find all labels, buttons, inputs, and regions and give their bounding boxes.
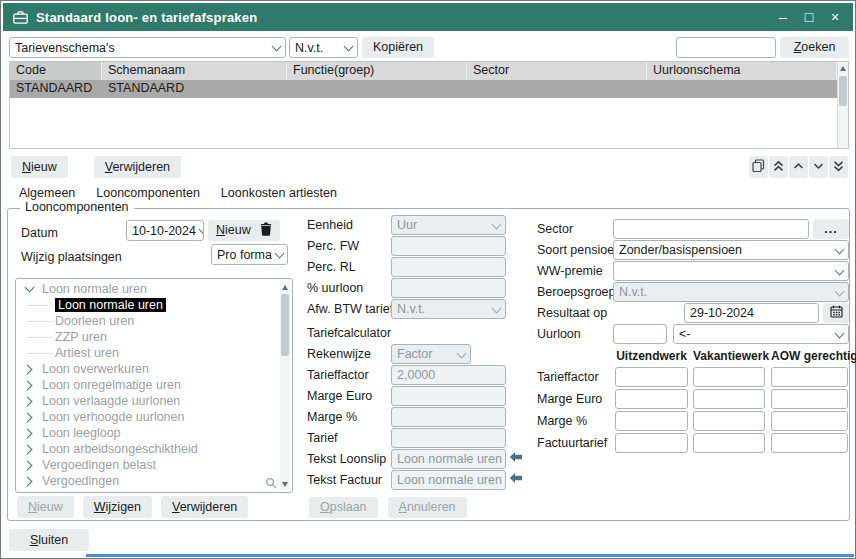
scroll-up-button[interactable] — [789, 156, 808, 178]
loonslip-overnemen-button[interactable] — [509, 449, 525, 467]
annuleren-button[interactable]: Annuleren — [388, 497, 467, 518]
scroll-to-top-button[interactable] — [769, 156, 788, 178]
scrollbar-thumb[interactable] — [839, 76, 847, 106]
schema-dropdown[interactable]: Tarievenschema's — [9, 37, 286, 58]
column-header-functiegroep[interactable]: Functie(groep) — [287, 62, 467, 80]
wijzigen-component-button[interactable]: Wijzigen — [83, 496, 152, 518]
marge-euro-aow-field[interactable] — [771, 389, 848, 409]
chevron-down-icon — [835, 286, 845, 296]
scroll-down-button[interactable] — [809, 156, 828, 178]
ww-premie-dropdown[interactable] — [613, 261, 849, 281]
scrollbar-thumb[interactable] — [281, 294, 289, 356]
factuur-overnemen-button[interactable] — [509, 470, 525, 488]
marge-pct-vakantiewerk-field[interactable] — [693, 411, 765, 431]
table-scrollbar[interactable] — [837, 62, 848, 148]
datum-delete-button[interactable] — [252, 220, 280, 241]
chevron-down-icon — [199, 225, 204, 235]
sector-field[interactable] — [613, 219, 809, 239]
pct-uurloon-field[interactable] — [391, 278, 506, 298]
wijzig-plaatsingen-dropdown[interactable]: Pro forma — [211, 244, 288, 265]
sector-browse-button[interactable]: ... — [813, 219, 849, 239]
marge-pct-uitzendwerk-field[interactable] — [615, 411, 688, 431]
tree-item-selected[interactable]: Loon normale uren — [16, 297, 292, 313]
tarief-field[interactable] — [391, 428, 506, 448]
perc-rl-field[interactable] — [391, 257, 506, 277]
chevron-down-icon — [835, 328, 845, 338]
tree-item[interactable]: Artiest uren — [16, 345, 292, 361]
scroll-up-icon[interactable] — [282, 285, 288, 290]
marge-euro-field[interactable] — [391, 386, 506, 406]
tree-item[interactable]: Loon arbeidsongeschiktheid — [16, 441, 292, 457]
copy-record-button[interactable] — [749, 156, 768, 178]
datum-dropdown[interactable]: 10-10-2024 — [126, 220, 204, 241]
tab-algemeen[interactable]: Algemeen — [19, 186, 75, 200]
tab-looncomponenten[interactable]: Looncomponenten — [96, 186, 200, 200]
tarieffactor-vakantiewerk-field[interactable] — [693, 367, 765, 387]
table-row-selected[interactable]: STANDAARD STANDAARD — [10, 80, 837, 98]
soort-pensioen-dropdown[interactable]: Zonder/basispensioen — [613, 240, 849, 260]
marge-euro-vakantiewerk-field[interactable] — [693, 389, 765, 409]
tree-item[interactable]: Reiskostenvergoedingen — [16, 489, 292, 493]
tree-item[interactable]: ZZP uren — [16, 329, 292, 345]
search-input[interactable] — [676, 37, 776, 58]
tree-item[interactable]: Loon onregelmatige uren — [16, 377, 292, 393]
tree-item[interactable]: Loon verhoogde uurlonen — [16, 409, 292, 425]
tree-item[interactable]: Loon verlaagde uurlonen — [16, 393, 292, 409]
beroepsgroep-dropdown[interactable]: N.v.t. — [613, 282, 849, 302]
factuurtarief-vakantiewerk-field[interactable] — [693, 433, 765, 453]
double-chevron-up-icon — [773, 160, 784, 175]
perc-fw-field[interactable] — [391, 236, 506, 256]
tarieffactor-aow-field[interactable] — [771, 367, 848, 387]
eenheid-dropdown[interactable]: Uur — [391, 215, 506, 235]
column-header-sector[interactable]: Sector — [467, 62, 647, 80]
sluiten-button[interactable]: Sluiten — [9, 529, 89, 551]
nieuw-component-button[interactable]: Nieuw — [17, 496, 74, 518]
uurloon-richting-dropdown[interactable]: <- — [673, 324, 849, 344]
tekst-factuur-field[interactable]: Loon normale uren — [391, 470, 506, 490]
tekst-loonslip-field[interactable]: Loon normale uren — [391, 449, 506, 469]
tree-item[interactable]: Vergoedingen belast — [16, 457, 292, 473]
tab-loonkosten-artiesten[interactable]: Loonkosten artiesten — [221, 186, 337, 200]
nieuw-schema-button[interactable]: Nieuw — [11, 156, 68, 178]
marge-pct-field[interactable] — [391, 407, 506, 427]
filter-dropdown[interactable]: N.v.t. — [289, 37, 358, 58]
tree-item[interactable]: Doorleen uren — [16, 313, 292, 329]
close-icon[interactable]: × — [825, 7, 845, 27]
tarieffactor-uitzendwerk-field[interactable] — [615, 367, 688, 387]
opslaan-button[interactable]: Opslaan — [309, 497, 378, 518]
column-header-uurloonschema[interactable]: Uurloonschema — [647, 62, 837, 80]
column-header-code[interactable]: Code — [10, 62, 102, 80]
form-actions: Opslaan Annuleren — [309, 497, 467, 518]
uurloon-field[interactable] — [613, 324, 667, 344]
tree-scrollbar[interactable] — [280, 281, 290, 490]
rekenwijze-dropdown[interactable]: Factor — [391, 344, 471, 364]
maximize-icon[interactable]: □ — [799, 7, 819, 27]
factuurtarief-aow-field[interactable] — [771, 433, 848, 453]
tree-item[interactable]: Loon overwerkuren — [16, 361, 292, 377]
tree-item[interactable]: Loon leegloop — [16, 425, 292, 441]
tree-item[interactable]: Loon normale uren — [16, 281, 292, 297]
perc-rl-label: Perc. RL — [307, 260, 391, 274]
verwijderen-component-button[interactable]: Verwijderen — [161, 496, 248, 518]
verwijderen-schema-button[interactable]: Verwijderen — [94, 156, 181, 178]
column-header-schemanaam[interactable]: Schemanaam — [102, 62, 287, 80]
scroll-up-icon[interactable] — [840, 66, 846, 71]
scroll-down-icon[interactable] — [282, 482, 288, 487]
record-navigation — [749, 156, 848, 178]
marge-pct-aow-field[interactable] — [771, 411, 848, 431]
tarieffactor-field[interactable]: 2,0000 — [391, 365, 506, 385]
tarieffactor-label: Tarieffactor — [307, 368, 391, 382]
search-button[interactable]: Zoeken — [780, 37, 849, 58]
resultaat-op-calendar-button[interactable] — [823, 303, 849, 323]
chevron-up-icon — [793, 160, 804, 175]
resultaat-op-field[interactable]: 29-10-2024 — [684, 303, 819, 323]
magnifier-icon[interactable] — [265, 477, 277, 489]
marge-euro-uitzendwerk-field[interactable] — [615, 389, 688, 409]
factuurtarief-uitzendwerk-field[interactable] — [615, 433, 688, 453]
scroll-to-bottom-button[interactable] — [829, 156, 848, 178]
afw-btw-dropdown[interactable]: N.v.t. — [391, 299, 506, 319]
minimize-icon[interactable]: – — [773, 7, 793, 27]
copy-schema-button[interactable]: Kopiëren — [362, 37, 434, 58]
tree-item[interactable]: Vergoedingen — [16, 473, 292, 489]
marge-pct-label: Marge % — [307, 410, 391, 424]
